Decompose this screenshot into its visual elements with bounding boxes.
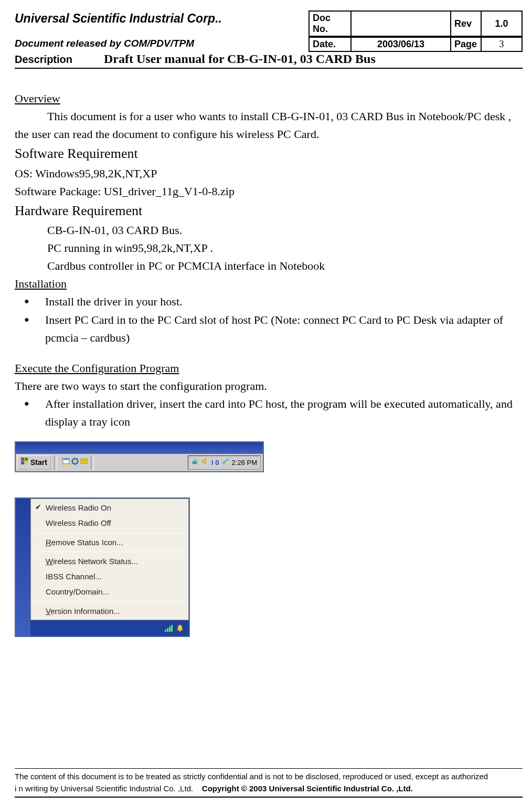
svg-rect-13: [169, 627, 171, 632]
released-by: Document released by COM/PDV/TPM: [15, 37, 308, 52]
ie-icon[interactable]: [71, 457, 79, 469]
svg-point-15: [179, 630, 181, 631]
hw-line-1: CB-G-IN-01, 03 CARD Bus.: [15, 221, 523, 239]
context-menu-screenshot: Wireless Radio On Wireless Radio Off Rem…: [15, 497, 190, 637]
rev-label: Rev: [451, 11, 481, 36]
execute-item-1: After installation driver, insert the ca…: [24, 395, 523, 431]
svg-rect-5: [63, 459, 69, 460]
tray-clock: 2:26 PM: [232, 458, 257, 468]
installation-heading: Installation: [15, 275, 523, 293]
menu-side-strip: [16, 499, 30, 636]
start-label: Start: [30, 457, 47, 469]
doc-date-table: Date. 2003/06/13 Page 3: [308, 37, 523, 52]
svg-rect-2: [21, 461, 24, 464]
taskbar-divider: [54, 456, 57, 470]
company-name: Universal Scientific Industrial Corp..: [15, 10, 308, 37]
tray-network-icon[interactable]: [222, 457, 229, 469]
menu-item-version[interactable]: Version Information...: [31, 603, 188, 619]
tray-text: I 0: [211, 458, 219, 468]
sw-pkg-line: Software Package: USI_driver_11g_V1-0-8.…: [15, 183, 523, 200]
description-title: Draft User manual for CB-G-IN-01, 03 CAR…: [104, 52, 376, 66]
menu-taskbar-strip: [30, 620, 189, 636]
footer: The content of this document is to be tr…: [15, 768, 523, 798]
tray-volume-icon[interactable]: [201, 457, 209, 469]
page-label: Page: [451, 37, 481, 51]
hw-line-2: PC running in win95,98,2k,NT,XP .: [15, 239, 523, 257]
overview-heading: Overview: [15, 90, 523, 108]
menu-item-radio-off[interactable]: Wireless Radio Off: [31, 515, 188, 531]
windows-logo-icon: [21, 457, 28, 469]
hardware-req-heading: Hardware Requirement: [15, 200, 523, 221]
menu-item-ibss[interactable]: IBSS Channel...: [31, 569, 188, 584]
signal-icon: [165, 624, 173, 632]
footer-line-2a: i n writing by Universal Scientific Indu…: [15, 784, 193, 793]
document-body: Overview This document is for a user who…: [15, 90, 523, 637]
execute-intro: There are two ways to start the configur…: [15, 377, 523, 395]
taskbar-screenshot: Start I 0 2:26 PM: [15, 441, 264, 472]
execute-list: After installation driver, insert the ca…: [15, 395, 523, 431]
menu-item-radio-on[interactable]: Wireless Radio On: [31, 500, 188, 515]
page-value: 3: [481, 37, 522, 51]
svg-rect-11: [165, 630, 166, 632]
menu-separator: [34, 533, 185, 533]
sw-os-line: OS: Windows95,98,2K,NT,XP: [15, 165, 523, 183]
svg-rect-3: [25, 461, 28, 464]
svg-rect-10: [226, 459, 228, 461]
outlook-icon[interactable]: [80, 457, 88, 469]
install-item-2: Insert PC Card in to the PC Card slot of…: [24, 311, 523, 347]
date-label: Date.: [309, 37, 351, 51]
menu-item-wireless-status[interactable]: Wireless Network Status...: [31, 554, 188, 569]
start-button[interactable]: Start: [17, 455, 51, 470]
svg-rect-9: [222, 462, 225, 464]
overview-paragraph: This document is for a user who wants to…: [15, 108, 523, 143]
svg-rect-0: [21, 458, 24, 461]
hw-line-3: Cardbus controller in PC or PCMCIA inter…: [15, 257, 523, 275]
svg-rect-1: [25, 458, 28, 461]
menu-separator: [34, 601, 185, 602]
rev-value: 1.0: [481, 11, 522, 36]
menu-item-country[interactable]: Country/Domain...: [31, 584, 188, 599]
svg-point-6: [72, 459, 78, 464]
doc-info-table: Doc No. Rev 1.0: [308, 10, 523, 37]
menu-item-remove-status[interactable]: Remove Status Icon...: [31, 535, 188, 550]
taskbar-titlebar: [16, 442, 263, 454]
tray-wireless-icon[interactable]: [191, 457, 199, 469]
context-menu: Wireless Radio On Wireless Radio Off Rem…: [30, 499, 189, 620]
installation-list: Install the driver in your host. Insert …: [15, 293, 523, 346]
svg-rect-8: [193, 461, 197, 464]
footer-line-1: The content of this document is to be tr…: [15, 772, 488, 781]
desktop-icon[interactable]: [62, 457, 70, 469]
bell-icon: [176, 624, 184, 632]
description-label: Description: [15, 54, 72, 66]
footer-copyright: Copyright © 2003 Universal Scientific In…: [202, 784, 413, 793]
date-value: 2003/06/13: [351, 37, 451, 51]
svg-rect-14: [171, 625, 173, 632]
install-item-1: Install the driver in your host.: [24, 293, 523, 311]
software-req-heading: Software Requirement: [15, 143, 523, 164]
docno-label: Doc No.: [309, 11, 351, 36]
header-block: Universal Scientific Industrial Corp.. D…: [15, 10, 523, 69]
taskbar-divider-2: [91, 456, 94, 470]
svg-rect-12: [167, 628, 168, 632]
menu-separator: [34, 552, 185, 552]
system-tray: I 0 2:26 PM: [188, 455, 261, 470]
execute-heading: Execute the Configuration Program: [15, 359, 523, 377]
docno-value: [351, 11, 451, 36]
